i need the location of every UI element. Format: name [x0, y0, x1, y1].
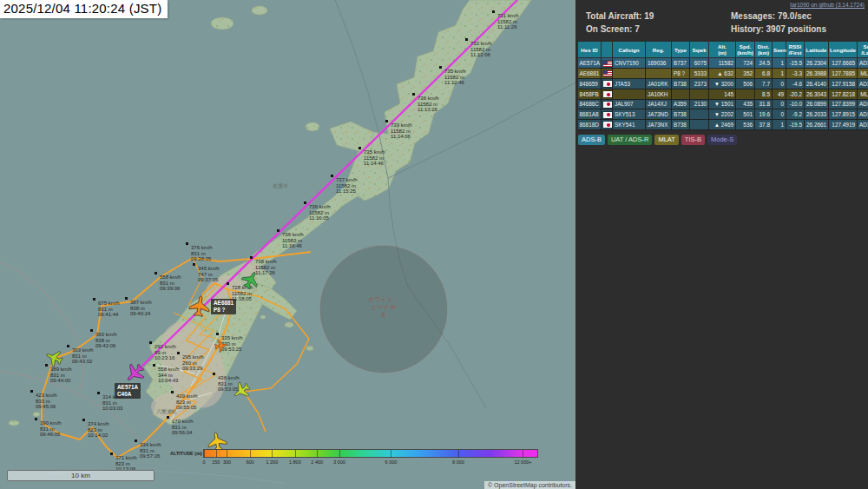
column-header[interactable]: RSSI /First	[786, 42, 805, 58]
cell: 0	[773, 99, 786, 109]
aircraft-row-ae6881[interactable]: AE6881P8 ?5333▲ 6323526.81-3.326.3988127…	[578, 69, 868, 79]
altitude-tick	[339, 450, 340, 458]
aircraft-row-86818d[interactable]: 86818DSKY541JA73NXB738▲ 246953637.81-19.…	[578, 120, 868, 130]
legend-uat[interactable]: UAT / ADS-R	[608, 135, 652, 145]
column-header[interactable]: Reg.	[646, 42, 672, 58]
altitude-tick	[458, 450, 459, 458]
aircraft-icon-ja10kh[interactable]	[210, 334, 233, 357]
aircraft-row-8681a8[interactable]: 8681A8SKY513JA73NDB738▼ 220250119.60-9.2…	[578, 109, 868, 120]
aircraft-row-8458fb[interactable]: 8458FBJA10KH1458.549-20.226.3043127.8218…	[578, 89, 868, 99]
flag-cell	[602, 69, 613, 79]
aircraft-row-848659[interactable]: 848659JTA53JA01RKB7382373▼ 32005067.70-4…	[578, 78, 868, 89]
track-label: 735 km/h11582 m11:14:46	[364, 149, 385, 167]
altitude-gradient-bar: 01503006001 2001 8002 4003 0006 0009 000…	[203, 449, 538, 458]
column-header[interactable]: Longitude	[829, 42, 858, 58]
altitude-tick	[227, 450, 227, 458]
altitude-tick-label: 1 800	[289, 459, 301, 465]
column-header[interactable]: Type	[672, 42, 690, 58]
altitude-tick-label: 2 400	[311, 459, 323, 465]
cell	[672, 89, 690, 99]
column-header[interactable]: Latitude	[805, 42, 829, 58]
flag-cell	[602, 89, 613, 99]
column-header[interactable]: Src /Last	[858, 42, 868, 58]
column-header[interactable]: Spd. (km/h)	[736, 42, 755, 58]
column-header[interactable]: Alt. (m)	[709, 42, 736, 58]
cell: 19.6	[755, 109, 773, 120]
column-header[interactable]: Dist. (km)	[755, 42, 773, 58]
aircraft-tag-ae571a[interactable]: AE571AC40A	[115, 383, 141, 399]
track-label: 292 km/h99 m10:23:16	[155, 344, 176, 361]
cell: 26.3043	[805, 89, 829, 99]
aircraft-icon-ae6881[interactable]	[188, 294, 211, 317]
flag-cell	[602, 78, 613, 89]
aircraft-row-84686c[interactable]: 84686CJAL907JA14XJA3592130▼ 150143531.80…	[578, 99, 868, 109]
altitude-legend-title: ALTITUDE (m)	[170, 451, 202, 456]
tar1090-app: ホワイト・ ビーチ沖 B 名護市 八重瀬町 731 km/h11582 m11:…	[0, 0, 868, 489]
legend-mlat2[interactable]: MLAT	[654, 135, 678, 145]
zone-label: ホワイト・ ビーチ沖 B	[368, 296, 399, 319]
cell: CNV7190	[613, 58, 646, 69]
legend-tisb[interactable]: TIS-B	[681, 135, 705, 145]
altitude-legend: ALTITUDE (m) 01503006001 2001 8002 4003 …	[170, 448, 543, 471]
cell: 169036	[646, 58, 672, 69]
altitude-tick	[204, 450, 205, 458]
altitude-tick-label: 3 000	[333, 459, 345, 465]
track-label: 731 km/h11582 m11:11:26	[497, 13, 519, 30]
altitude-tick	[295, 450, 296, 458]
legend-adsb2[interactable]: ADS-B	[578, 135, 605, 145]
aircraft-icon-sky541[interactable]	[43, 347, 65, 369]
jp-flag-icon	[603, 122, 613, 128]
cell: 5333	[690, 69, 709, 79]
aircraft-row-ae571a[interactable]: AE571ACNV7190169036B73760751158272424.51…	[578, 58, 868, 69]
city-label-yaese: 八重瀬町	[156, 408, 177, 416]
flag-cell	[602, 99, 613, 109]
track-label: 439 km/h823 m09:55:05	[176, 393, 198, 411]
column-header[interactable]: Seen	[773, 42, 786, 58]
track-label: 736 km/h11582 m11:13:26	[418, 96, 439, 113]
cell: 49	[773, 89, 786, 99]
legend-modes[interactable]: Mode-S	[707, 135, 737, 145]
cell: MLAT	[858, 89, 868, 99]
cell: B738	[672, 120, 690, 130]
altitude-tick-label: 600	[246, 459, 253, 465]
cell	[690, 109, 709, 120]
cell: 352	[736, 69, 755, 79]
cell: SKY541	[613, 120, 646, 130]
github-link[interactable]: tar1090 on github (3.14.1724)	[790, 2, 865, 8]
cell: B738	[672, 109, 690, 120]
flag-cell	[602, 109, 613, 120]
aircraft-tag-ae6881[interactable]: AE6881P8 ?	[211, 299, 236, 314]
column-header[interactable]: Sqwk	[690, 42, 709, 58]
cell: -3.3	[786, 69, 805, 79]
cell: 31.8	[755, 99, 773, 109]
cell: 8.5	[755, 89, 773, 99]
cell	[613, 89, 646, 99]
cell: 1	[773, 69, 786, 79]
cell: ADS-B	[858, 78, 868, 89]
aircraft-table-body: AE571ACNV7190169036B73760751158272424.51…	[578, 58, 868, 130]
track-label: 345 km/h747 m09:37:05	[198, 266, 220, 283]
cell: B737	[672, 58, 690, 69]
cell: AE6881	[578, 69, 602, 79]
cell: 127.6665	[829, 58, 858, 69]
map-attribution[interactable]: © OpenStreetMap contributors.	[484, 481, 575, 489]
cell	[690, 89, 709, 99]
cell: ADS-B	[858, 58, 868, 69]
map[interactable]: ホワイト・ ビーチ沖 B 名護市 八重瀬町 731 km/h11582 m11:…	[0, 0, 575, 489]
cell: 848659	[578, 78, 602, 89]
city-label-nago: 名護市	[273, 182, 288, 190]
column-header[interactable]: Hex ID	[578, 42, 602, 58]
cell: -9.2	[786, 109, 805, 120]
track-label: 363 km/h831 m09:43:02	[72, 347, 94, 365]
track-label: 732 km/h11582 m11:12:06	[470, 41, 492, 58]
cell: 127.4919	[829, 120, 858, 130]
cell: 11582	[709, 58, 736, 69]
cell: 2373	[690, 78, 709, 89]
aircraft-icon-ae571a[interactable]	[123, 362, 146, 385]
altitude-tick	[250, 450, 251, 458]
table-header-row: Hex IDCallsignReg.TypeSqwkAlt. (m)Spd. (…	[578, 42, 868, 58]
aircraft-icon-sky513[interactable]	[230, 380, 253, 402]
aircraft-icon-jta53[interactable]	[240, 268, 262, 291]
column-header[interactable]	[602, 42, 613, 58]
column-header[interactable]: Callsign	[613, 42, 646, 58]
